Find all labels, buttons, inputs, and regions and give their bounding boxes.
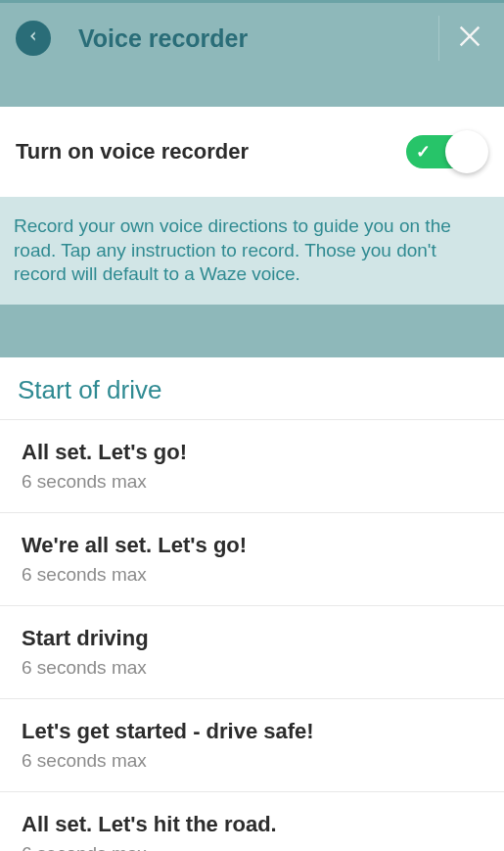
list-item[interactable]: All set. Let's hit the road. 6 seconds m… (0, 791, 504, 851)
item-title: We're all set. Let's go! (22, 533, 482, 558)
spacer (0, 305, 504, 357)
toggle-thumb (445, 130, 488, 173)
item-sub: 6 seconds max (22, 843, 482, 851)
voice-recorder-toggle[interactable]: ✓ (406, 130, 488, 173)
header: Voice recorder (0, 0, 504, 73)
item-title: Start driving (22, 626, 482, 651)
list-item[interactable]: Start driving 6 seconds max (0, 605, 504, 698)
spacer (0, 73, 504, 107)
item-sub: 6 seconds max (22, 564, 482, 586)
toggle-row: Turn on voice recorder ✓ (0, 107, 504, 197)
chevron-left-icon (26, 29, 40, 47)
list-item[interactable]: We're all set. Let's go! 6 seconds max (0, 512, 504, 605)
close-icon (456, 23, 483, 54)
close-button[interactable] (451, 20, 488, 57)
page-title: Voice recorder (78, 24, 438, 53)
list-item[interactable]: All set. Let's go! 6 seconds max (0, 419, 504, 512)
toggle-label: Turn on voice recorder (16, 139, 249, 165)
item-sub: 6 seconds max (22, 471, 482, 493)
item-title: All set. Let's go! (22, 440, 482, 465)
info-text: Record your own voice directions to guid… (0, 197, 504, 305)
item-title: All set. Let's hit the road. (22, 812, 482, 837)
check-icon: ✓ (416, 141, 431, 163)
divider (438, 16, 439, 61)
back-button[interactable] (16, 21, 51, 56)
item-sub: 6 seconds max (22, 750, 482, 772)
item-title: Let's get started - drive safe! (22, 719, 482, 744)
list-item[interactable]: Let's get started - drive safe! 6 second… (0, 698, 504, 791)
item-sub: 6 seconds max (22, 657, 482, 679)
section-title: Start of drive (0, 357, 504, 419)
